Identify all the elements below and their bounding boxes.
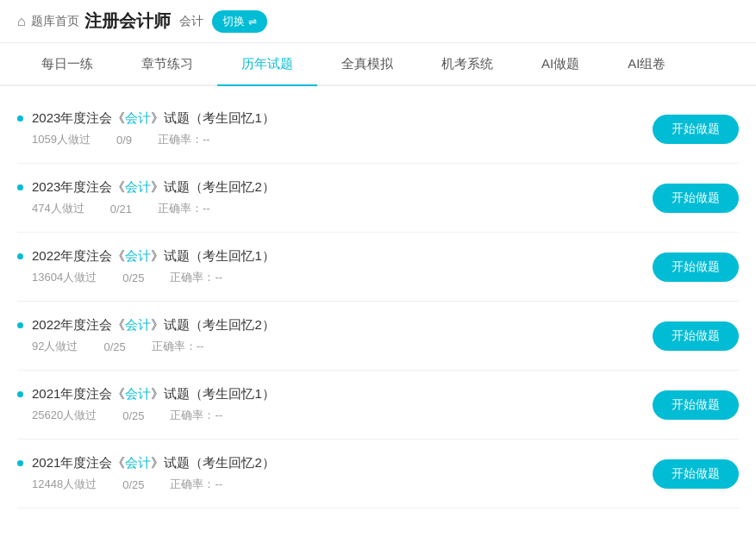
item-title-1: 2023年度注会《会计》试题（考生回忆1） (32, 110, 275, 127)
item-accuracy-5: 正确率：-- (170, 408, 222, 423)
home-icon[interactable]: ⌂ (17, 14, 26, 29)
list-item: 2022年度注会《会计》试题（考生回忆2） 92人做过 0/25 正确率：-- … (17, 302, 739, 371)
start-btn-4[interactable]: 开始做题 (653, 321, 739, 351)
start-btn-5[interactable]: 开始做题 (653, 390, 739, 420)
item-accuracy-4: 正确率：-- (152, 339, 204, 354)
nav-tabs: 每日一练 章节练习 历年试题 全真模拟 机考系统 AI做题 AI组卷 (0, 43, 756, 86)
item-count-4: 92人做过 (32, 339, 78, 354)
list-item-left-2: 2023年度注会《会计》试题（考生回忆2） 474人做过 0/21 正确率：-- (17, 179, 653, 216)
item-progress-4: 0/25 (103, 340, 125, 353)
header: ⌂ 题库首页 注册会计师 会计 切换 ⇌ (0, 0, 756, 43)
item-meta-5: 25620人做过 0/25 正确率：-- (17, 408, 653, 423)
list-item: 2021年度注会《会计》试题（考生回忆2） 12448人做过 0/25 正确率：… (17, 440, 739, 508)
item-title-2: 2023年度注会《会计》试题（考生回忆2） (32, 179, 275, 196)
list-item-left-1: 2023年度注会《会计》试题（考生回忆1） 1059人做过 0/9 正确率：-- (17, 110, 653, 147)
list-item: 2022年度注会《会计》试题（考生回忆1） 13604人做过 0/25 正确率：… (17, 233, 739, 302)
item-count-6: 12448人做过 (32, 477, 97, 492)
item-dot (17, 115, 23, 122)
list-item-left-3: 2022年度注会《会计》试题（考生回忆1） 13604人做过 0/25 正确率：… (17, 248, 653, 285)
start-btn-2[interactable]: 开始做题 (653, 184, 739, 213)
item-count-1: 1059人做过 (32, 132, 91, 147)
switch-icon: ⇌ (248, 16, 257, 28)
item-meta-6: 12448人做过 0/25 正确率：-- (17, 477, 653, 492)
item-title-6: 2021年度注会《会计》试题（考生回忆2） (32, 455, 275, 471)
list-item-left-6: 2021年度注会《会计》试题（考生回忆2） 12448人做过 0/25 正确率：… (17, 455, 653, 492)
item-meta-1: 1059人做过 0/9 正确率：-- (17, 132, 653, 147)
item-title-5: 2021年度注会《会计》试题（考生回忆1） (32, 386, 275, 402)
item-accuracy-3: 正确率：-- (170, 270, 222, 285)
start-btn-6[interactable]: 开始做题 (653, 459, 739, 489)
page-title: 注册会计师 (84, 9, 171, 33)
start-btn-3[interactable]: 开始做题 (653, 253, 739, 282)
item-count-2: 474人做过 (32, 201, 84, 216)
tab-ai-compose[interactable]: AI组卷 (603, 44, 690, 84)
item-count-3: 13604人做过 (32, 270, 97, 285)
item-dot (17, 184, 23, 190)
tab-daily[interactable]: 每日一练 (17, 44, 117, 84)
item-title-4: 2022年度注会《会计》试题（考生回忆2） (32, 317, 275, 334)
item-count-5: 25620人做过 (32, 408, 97, 423)
item-progress-2: 0/21 (110, 203, 132, 215)
item-progress-3: 0/25 (122, 271, 144, 284)
item-progress-6: 0/25 (122, 478, 144, 491)
item-accuracy-1: 正确率：-- (158, 132, 210, 147)
list-item: 2021年度注会《会计》试题（考生回忆1） 25620人做过 0/25 正确率：… (17, 371, 739, 440)
tab-mock[interactable]: 全真模拟 (317, 44, 417, 84)
item-meta-2: 474人做过 0/21 正确率：-- (17, 201, 653, 216)
tab-exam-system[interactable]: 机考系统 (417, 44, 517, 84)
content-area: 2023年度注会《会计》试题（考生回忆1） 1059人做过 0/9 正确率：--… (0, 86, 756, 517)
item-progress-5: 0/25 (122, 409, 144, 422)
list-item: 2023年度注会《会计》试题（考生回忆2） 474人做过 0/21 正确率：--… (17, 164, 739, 233)
tab-ai-practice[interactable]: AI做题 (517, 44, 603, 84)
switch-label: 切换 (222, 14, 245, 29)
item-meta-3: 13604人做过 0/25 正确率：-- (17, 270, 653, 285)
item-progress-1: 0/9 (116, 134, 132, 147)
tab-past-exams[interactable]: 历年试题 (217, 44, 317, 84)
list-item: 2023年度注会《会计》试题（考生回忆1） 1059人做过 0/9 正确率：--… (17, 95, 739, 164)
breadcrumb-home[interactable]: 题库首页 (31, 14, 79, 29)
item-dot (17, 253, 23, 259)
start-btn-1[interactable]: 开始做题 (653, 115, 739, 144)
item-dot (17, 391, 23, 397)
list-item-left-5: 2021年度注会《会计》试题（考生回忆1） 25620人做过 0/25 正确率：… (17, 386, 653, 423)
list-item-left-4: 2022年度注会《会计》试题（考生回忆2） 92人做过 0/25 正确率：-- (17, 317, 653, 354)
item-dot (17, 460, 23, 466)
subject-label: 会计 (179, 14, 203, 29)
switch-button[interactable]: 切换 ⇌ (212, 10, 267, 33)
item-accuracy-2: 正确率：-- (158, 201, 210, 216)
item-accuracy-6: 正确率：-- (170, 477, 222, 492)
item-meta-4: 92人做过 0/25 正确率：-- (17, 339, 653, 354)
item-dot (17, 322, 23, 328)
tab-chapter[interactable]: 章节练习 (117, 44, 217, 84)
item-title-3: 2022年度注会《会计》试题（考生回忆1） (32, 248, 275, 265)
